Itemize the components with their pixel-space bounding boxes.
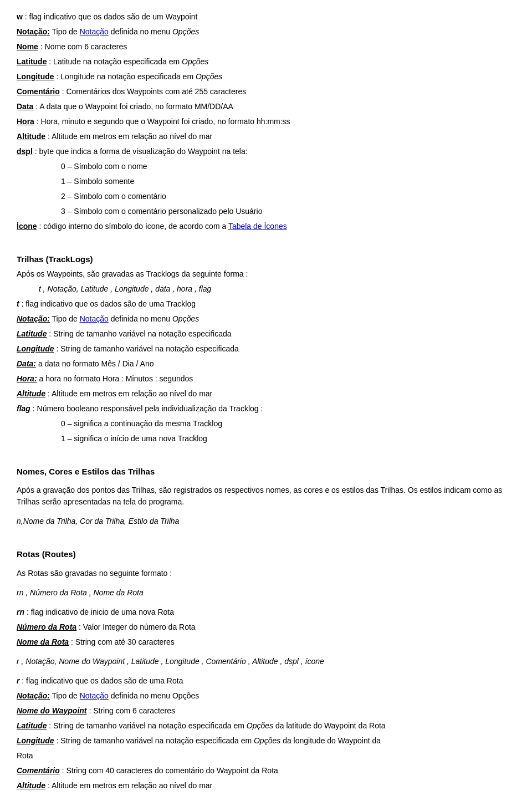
rota-alt-text: : Altitude em metros em relação ao nível… [48, 781, 212, 790]
rotas-intro: As Rotas são gravadas no seguinte format… [17, 568, 515, 579]
rota-alt-label: Altitude [17, 781, 45, 790]
notacao-label: Notação: [17, 27, 50, 36]
numero-rota-label: Número da Rota [17, 622, 76, 631]
tl-flag-label: flag [17, 404, 30, 413]
spacer1 [17, 236, 515, 243]
longitude-line: Longitude : Longitude na notação especif… [17, 71, 515, 83]
longitude-text: : Longitude na notação especificada em [57, 72, 196, 81]
hora-line: Hora : Hora, minuto e segundo que o Wayp… [17, 116, 515, 127]
rn-label: rn [17, 608, 24, 616]
tl-notacao-link[interactable]: Notação [80, 314, 109, 323]
nome-rota-label: Nome da Rota [17, 637, 69, 646]
rota-lat-text-pre: : String de tamanho variável na notação … [49, 721, 246, 730]
tl-flag-intro: flag : Número booleano responsável pela … [17, 403, 515, 415]
rota-lon-text-pre: : String de tamanho variável na notação … [57, 736, 254, 745]
comentario-label: Comentário [17, 87, 60, 96]
nome-text: : Nome com 6 caracteres [40, 42, 127, 51]
icone-tabela-link[interactable]: Tabela de Ícones [228, 222, 287, 231]
notacao-text2: definida no menu [111, 27, 172, 36]
tl-latitude-text: : String de tamanho variável na notação … [49, 329, 231, 338]
icone-text: : código interno do símbolo do ícone, de… [39, 222, 228, 231]
rota-notacao-text2: definida no menu Opções [111, 691, 200, 700]
rota-notacao-label: Notação: [17, 691, 50, 700]
rota-nome-wp-line: Nome do Waypoint : String com 6 caracter… [17, 705, 515, 717]
tl-flag-1: 1 – significa o início de uma nova Track… [61, 433, 515, 445]
tl-altitude-text: : Altitude em metros em relação ao nível… [48, 389, 212, 398]
dspl-label: dspl [17, 147, 33, 156]
tl-longitude-line: Longitude : String de tamanho variável n… [17, 343, 515, 355]
rota-lon-label: Longitude [17, 736, 54, 745]
hora-text: : Hora, minuto e segundo que o Waypoint … [37, 117, 290, 126]
main-content: w : flag indicativo que os dados são de … [17, 11, 515, 796]
spacer9 [17, 651, 515, 656]
nomes-title: Nomes, Cores e Estilos das Trilhas [17, 466, 515, 478]
t-flag: t [17, 299, 19, 308]
icone-line: Ícone : código interno do símbolo do íco… [17, 221, 515, 232]
tl-data-line: Data: a data no formato Mês / Dia / Ano [17, 358, 515, 370]
altitude-text: : Altitude em metros em relação ao nível… [48, 132, 212, 141]
tracklogs-intro: Após os Waypoints, são gravadas as Track… [17, 268, 515, 280]
nomes-format: n,Nome da Trilha, Cor da Trilha, Estilo … [17, 516, 515, 527]
tl-latitude-label: Latitude [17, 329, 47, 338]
tl-flag-0: 0 – significa a continuação da mesma Tra… [61, 418, 515, 430]
spacer2 [17, 448, 515, 456]
rota-notacao-line: Notação: Tipo de Notação definida no men… [17, 690, 515, 702]
rn-text: : flag indicativo de inicio de uma nova … [27, 608, 174, 616]
rota-nome-wp-text: : String com 6 caracteres [89, 706, 175, 715]
notacao-opcoes: Opções [172, 27, 199, 36]
comentario-text: : Comentários dos Waypoints com até 255 … [62, 87, 247, 96]
rotas-title: Rotas (Routes) [17, 548, 515, 561]
rota-lon-opcoes: Opções [254, 736, 280, 745]
spacer6 [17, 563, 515, 568]
dspl-0: 0 – Símbolo com o nome [61, 161, 515, 172]
tl-longitude-label: Longitude [17, 344, 54, 353]
rota-lat-opcoes: Opções [247, 721, 273, 730]
rota-waypoint-format: r , Notação, Nome do Waypoint , Latitude… [17, 656, 515, 667]
rota-lon-text-post: da longitude do Waypoint da [283, 736, 381, 745]
w-flag: w : flag indicativo que os dados são de … [17, 12, 197, 21]
rota-nome-wp-label: Nome do Waypoint [17, 706, 87, 715]
dspl-2: 2 – Símbolo com o comentário [61, 191, 515, 202]
latitude-opcoes: Opções [182, 57, 208, 66]
rota-lon-rota: Rota [17, 750, 515, 762]
r-text: : flag indicativo que os dados são de um… [22, 676, 183, 685]
rota-lat-label: Latitude [17, 721, 47, 730]
spacer10 [17, 671, 515, 675]
tl-notacao-text2: definida no menu [111, 314, 172, 323]
tl-notacao-text: Tipo de [52, 314, 80, 323]
rota-lon-line: Longitude : String de tamanho variável n… [17, 735, 515, 747]
spacer7 [17, 583, 515, 587]
r-line: r : flag indicativo que os dados são de … [17, 675, 515, 687]
data-label: Data [17, 102, 33, 111]
spacer5 [17, 530, 515, 538]
numero-rota-line: Número da Rota : Valor Integer do número… [17, 621, 515, 633]
dspl-text: : byte que indica a forma de visualizaçã… [35, 147, 248, 156]
notacao-link[interactable]: Notação [80, 27, 109, 36]
nome-rota-line: Nome da Rota : String com até 30 caracte… [17, 636, 515, 648]
data-line: Data : A data que o Waypoint foi criado,… [17, 101, 515, 113]
rota-lat-line: Latitude : String de tamanho variável na… [17, 720, 515, 732]
data-text: : A data que o Waypoint foi criado, no f… [35, 102, 233, 111]
tl-hora-label: Hora: [17, 374, 37, 383]
notacao-line: Notação: Tipo de Notação definida no men… [17, 26, 515, 38]
icone-label: Ícone [17, 222, 37, 231]
latitude-label: Latitude [17, 57, 47, 66]
tl-longitude-text: : String de tamanho variável na notação … [57, 344, 239, 353]
comentario-line: Comentário : Comentários dos Waypoints c… [17, 86, 515, 98]
rota-notacao-text: Tipo de [52, 691, 80, 700]
spacer3 [17, 480, 515, 484]
dspl-3: 3 – Símbolo com o comentário personaliza… [61, 206, 515, 217]
nome-label: Nome [17, 42, 38, 51]
tl-altitude-label: Altitude [17, 389, 45, 398]
dspl-intro: dspl : byte que indica a forma de visual… [17, 146, 515, 157]
numero-rota-text: : Valor Integer do número da Rota [79, 622, 196, 631]
rota-com-text: : String com 40 caracteres do comentário… [62, 766, 278, 775]
t-line: t : flag indicativo que os dados são de … [17, 298, 515, 310]
spacer8 [17, 602, 515, 606]
w-line: w : flag indicativo que os dados são de … [17, 11, 515, 23]
altitude-line: Altitude : Altitude em metros em relação… [17, 131, 515, 142]
tl-opcoes: Opções [172, 314, 199, 323]
latitude-text: : Latitude na notação especificada em [49, 57, 182, 66]
rota-notacao-link[interactable]: Notação [80, 691, 109, 700]
longitude-label: Longitude [17, 72, 54, 81]
